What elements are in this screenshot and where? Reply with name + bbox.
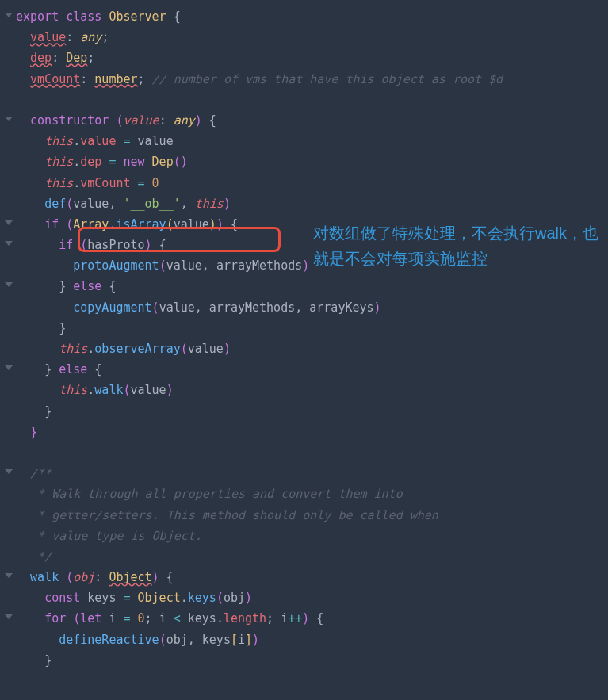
code-line: def(value, '__ob__', this) bbox=[2, 193, 608, 214]
code-line: dep: Dep; bbox=[2, 48, 608, 68]
code-line: defineReactive(obj, keys[i]) bbox=[2, 629, 608, 650]
fold-icon[interactable] bbox=[5, 573, 13, 578]
fold-icon[interactable] bbox=[5, 220, 13, 225]
code-line: } else { bbox=[2, 276, 608, 296]
code-line: } bbox=[2, 422, 608, 442]
code-line: this.observeArray(value) bbox=[2, 339, 608, 359]
fold-icon[interactable] bbox=[5, 241, 13, 246]
code-line: * value type is Object. bbox=[2, 526, 608, 546]
code-line: copyAugment(value, arrayMethods, arrayKe… bbox=[2, 297, 608, 318]
code-line: constructor (value: any) { bbox=[2, 110, 608, 131]
code-line: this.dep = new Dep() bbox=[2, 151, 608, 172]
code-line: * getter/setters. This method should onl… bbox=[2, 505, 608, 526]
code-line: value: any; bbox=[2, 27, 608, 48]
fold-icon[interactable] bbox=[5, 13, 13, 17]
code-line: * Walk through all properties and conver… bbox=[2, 484, 608, 504]
code-line: this.value = value bbox=[2, 131, 608, 151]
code-line: } bbox=[2, 318, 608, 339]
code-line: } bbox=[2, 401, 608, 422]
fold-icon[interactable] bbox=[5, 117, 13, 121]
fold-icon[interactable] bbox=[5, 365, 13, 370]
code-line: */ bbox=[2, 546, 608, 567]
annotation-text: 对数组做了特殊处理，不会执行walk，也就是不会对每项实施监控 bbox=[313, 220, 598, 271]
code-line: /** bbox=[2, 463, 608, 484]
fold-icon[interactable] bbox=[5, 282, 13, 287]
code-line: for (let i = 0; i < keys.length; i++) { bbox=[2, 608, 608, 629]
code-line: this.vmCount = 0 bbox=[2, 173, 608, 193]
code-line bbox=[2, 442, 608, 463]
fold-icon[interactable] bbox=[5, 469, 13, 474]
code-line: } bbox=[2, 650, 608, 671]
fold-icon[interactable] bbox=[5, 614, 13, 619]
code-line: export class Observer { bbox=[2, 6, 608, 27]
code-line: } else { bbox=[2, 359, 608, 380]
code-line: vmCount: number; // number of vms that h… bbox=[2, 69, 608, 90]
code-editor: export class Observer { value: any; dep:… bbox=[2, 6, 608, 671]
code-line bbox=[2, 90, 608, 110]
code-line: const keys = Object.keys(obj) bbox=[2, 587, 608, 608]
code-line: walk (obj: Object) { bbox=[2, 567, 608, 587]
code-line: this.walk(value) bbox=[2, 380, 608, 400]
